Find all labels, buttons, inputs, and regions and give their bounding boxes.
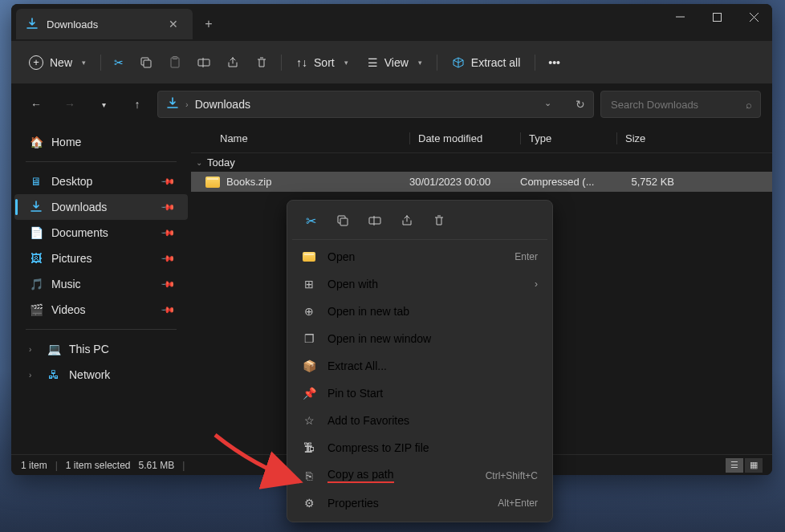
folder-icon	[302, 250, 316, 264]
sidebar-item-music[interactable]: 🎵 Music 📌	[14, 271, 188, 297]
open-with-icon: ⊞	[302, 277, 316, 291]
pin-icon: 📌	[302, 386, 316, 400]
extract-icon: 📦	[302, 359, 316, 373]
sidebar-item-this-pc[interactable]: › 💻 This PC	[14, 336, 188, 362]
status-selected-size: 5.61 MB	[139, 460, 175, 471]
context-quick-actions: ✂	[292, 205, 547, 240]
ctx-open[interactable]: Open Enter	[292, 243, 547, 270]
sidebar-item-home[interactable]: 🏠 Home	[14, 129, 188, 155]
close-window-button[interactable]	[735, 4, 772, 30]
minimize-button[interactable]	[661, 4, 698, 30]
chevron-down-icon: ⌄	[196, 158, 202, 167]
paste-button[interactable]	[162, 51, 188, 74]
chevron-right-icon[interactable]: ›	[29, 345, 39, 354]
copy-icon	[140, 56, 153, 69]
column-name[interactable]: Name	[212, 132, 409, 144]
view-button[interactable]: ☰ View ▾	[360, 51, 430, 74]
new-button[interactable]: + New ▾	[21, 51, 94, 75]
delete-button[interactable]	[249, 51, 275, 74]
share-button[interactable]	[220, 51, 246, 74]
ctx-compress[interactable]: 🗜 Compress to ZIP file	[292, 434, 547, 461]
more-button[interactable]: •••	[542, 51, 567, 74]
home-icon: 🏠	[29, 135, 43, 149]
ctx-rename-button[interactable]	[361, 209, 388, 233]
maximize-button[interactable]	[698, 4, 735, 30]
ctx-copy-button[interactable]	[329, 209, 356, 233]
pin-icon: 📌	[160, 276, 175, 291]
rename-button[interactable]	[191, 51, 217, 74]
ctx-delete-button[interactable]	[425, 209, 453, 233]
up-button[interactable]: ↑	[124, 91, 151, 118]
ctx-share-button[interactable]	[393, 209, 421, 233]
download-icon	[29, 200, 43, 214]
zip-icon: 🗜	[302, 441, 316, 455]
file-size: 5,752 KB	[616, 176, 685, 188]
ctx-extract-all[interactable]: 📦 Extract All...	[292, 352, 547, 380]
chevron-down-icon[interactable]: ⌄	[544, 98, 551, 111]
close-tab-icon[interactable]: ✕	[164, 14, 183, 34]
sidebar-item-pictures[interactable]: 🖼 Pictures 📌	[14, 246, 188, 271]
ctx-properties[interactable]: ⚙ Properties Alt+Enter	[292, 489, 547, 517]
address-location[interactable]: Downloads	[195, 98, 250, 111]
column-date[interactable]: Date modified	[409, 132, 520, 144]
group-today[interactable]: ⌄ Today	[191, 153, 772, 172]
refresh-button[interactable]: ↻	[576, 98, 585, 111]
new-tab-icon: ⊕	[302, 304, 316, 319]
column-type[interactable]: Type	[520, 132, 616, 144]
properties-icon: ⚙	[302, 496, 316, 510]
ctx-cut-button[interactable]: ✂	[297, 209, 324, 233]
ctx-copy-path[interactable]: ⎘ Copy as path Ctrl+Shift+C	[292, 461, 547, 489]
copy-button[interactable]	[133, 51, 159, 74]
search-input[interactable]	[611, 99, 746, 111]
view-icon: ☰	[368, 56, 378, 69]
column-size[interactable]: Size	[616, 132, 685, 144]
path-icon: ⎘	[302, 469, 316, 483]
new-window-icon: ❐	[302, 331, 316, 346]
sidebar-item-documents[interactable]: 📄 Documents 📌	[14, 220, 188, 246]
clipboard-icon	[169, 56, 181, 69]
navbar: ← → ▾ ↑ › Downloads ⌄ ↻ ⌕	[11, 84, 772, 124]
sidebar-item-network[interactable]: › 🖧 Network	[14, 362, 188, 388]
sort-icon: ↑↓	[296, 56, 307, 69]
plus-circle-icon: +	[29, 55, 43, 70]
extract-all-button[interactable]: Extract all	[444, 51, 528, 74]
search-icon: ⌕	[746, 99, 752, 111]
file-row[interactable]: Books.zip 30/01/2023 00:00 Compressed (.…	[191, 172, 772, 192]
svg-rect-5	[198, 59, 209, 66]
ctx-open-tab[interactable]: ⊕ Open in new tab	[292, 298, 547, 325]
ctx-open-window[interactable]: ❐ Open in new window	[292, 325, 547, 352]
star-icon: ☆	[302, 413, 316, 428]
history-dropdown[interactable]: ▾	[90, 91, 117, 118]
ctx-open-with[interactable]: ⊞ Open with ›	[292, 270, 547, 298]
tab-downloads[interactable]: Downloads ✕	[16, 9, 193, 39]
pin-icon: 📌	[160, 173, 175, 189]
document-icon: 📄	[29, 225, 43, 240]
cut-button[interactable]: ✂	[108, 51, 130, 74]
share-icon	[401, 214, 413, 227]
pin-icon: 📌	[160, 225, 175, 240]
sidebar-item-downloads[interactable]: Downloads 📌	[14, 194, 188, 220]
chevron-right-icon[interactable]: ›	[29, 371, 39, 380]
trash-icon	[255, 56, 268, 69]
thumbnails-view-button[interactable]: ▦	[745, 458, 763, 473]
download-icon	[166, 97, 179, 112]
sidebar-item-videos[interactable]: 🎬 Videos 📌	[14, 297, 188, 323]
details-view-button[interactable]: ☰	[726, 458, 743, 473]
pin-icon: 📌	[160, 302, 175, 317]
sort-button[interactable]: ↑↓ Sort ▾	[288, 51, 356, 74]
ctx-favorites[interactable]: ☆ Add to Favorites	[292, 407, 547, 434]
sidebar-item-desktop[interactable]: 🖥 Desktop 📌	[14, 169, 188, 194]
chevron-down-icon: ▾	[82, 59, 86, 67]
rename-icon	[197, 56, 210, 69]
column-headers: Name Date modified Type Size	[191, 124, 772, 153]
copy-icon	[336, 214, 349, 227]
sidebar: 🏠 Home 🖥 Desktop 📌 Downloads 📌 📄 Documen…	[11, 124, 191, 454]
ctx-pin-start[interactable]: 📌 Pin to Start	[292, 380, 547, 407]
new-tab-button[interactable]: +	[193, 9, 225, 39]
scissors-icon: ✂	[114, 56, 124, 69]
file-date: 30/01/2023 00:00	[409, 176, 520, 188]
search-box[interactable]: ⌕	[600, 91, 761, 118]
back-button[interactable]: ←	[22, 91, 50, 118]
forward-button[interactable]: →	[56, 91, 83, 118]
address-bar[interactable]: › Downloads ⌄ ↻	[157, 91, 594, 118]
